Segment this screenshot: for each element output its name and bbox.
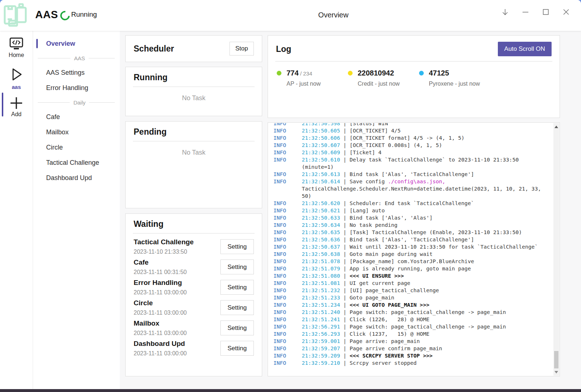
divider-line <box>38 58 70 58</box>
log-line: INFO21:32:50.636 | Bind task ['Alas', 'T… <box>273 236 553 243</box>
stat-dot-icon <box>419 71 424 75</box>
stat-dot-icon <box>348 71 353 75</box>
log-message: [Task] TacticalChallenge (Enable, 2023-1… <box>350 229 522 235</box>
resource-stat: 47125Pyroxene - just now <box>419 69 490 87</box>
log-separator: | <box>340 244 349 250</box>
stat-value: 47125 <box>429 69 449 77</box>
nav-item-overview[interactable]: Overview <box>33 36 120 51</box>
rail-item-add[interactable]: Add <box>0 97 33 118</box>
log-output[interactable]: INFO21:32:50.598 | [Status] WININFO21:32… <box>268 123 553 376</box>
log-level: INFO <box>273 279 286 287</box>
waiting-task-next-run: 2023-11-11 03:00:00 <box>134 350 187 357</box>
log-separator: | <box>340 309 349 315</box>
scrollbar-thumb[interactable] <box>554 351 558 368</box>
rail-item-home-label: Home <box>0 52 33 58</box>
scrollbar-up-icon[interactable] <box>553 124 559 130</box>
log-time: 21:32:50.610 <box>302 156 340 163</box>
nav-group-divider: Daily <box>33 95 120 109</box>
auto-scroll-button[interactable]: Auto Scroll ON <box>498 42 552 56</box>
log-message: Wait until 2023-11-10 21:33:50 for task … <box>350 244 538 250</box>
log-level: INFO <box>273 352 286 359</box>
nav-item-cafe[interactable]: Cafe <box>33 109 120 124</box>
log-message: Click (1226, 28) @ HOME <box>350 316 430 322</box>
rail-item-home[interactable]: Home <box>0 37 33 58</box>
log-message: Bind task ['Alas', 'TacticalChallenge'] <box>350 171 474 177</box>
nav-item-mailbox[interactable]: Mailbox <box>33 124 120 140</box>
log-level: INFO <box>273 142 286 149</box>
setting-button[interactable]: Setting <box>220 320 254 335</box>
waiting-task-row: Mailbox2023-11-11 03:00:00Setting <box>134 319 254 336</box>
log-time: 21:32:50.605 <box>302 127 340 134</box>
log-time: 21:32:50.614 <box>302 178 340 184</box>
log-separator: | <box>340 287 349 293</box>
divider-line <box>38 102 70 103</box>
log-time: 21:32:51.240 <box>302 309 340 315</box>
log-time: 21:32:59.210 <box>302 360 340 366</box>
log-message: Page arrive confirm page_main <box>350 345 442 351</box>
log-line: INFO21:32:59.001 | Page arrive: page_mai… <box>273 338 553 345</box>
nav-item-circle[interactable]: Circle <box>33 140 120 155</box>
log-line: INFO21:32:51.079 | App is already runnin… <box>273 265 553 272</box>
running-card: Running No Task <box>125 67 262 116</box>
log-separator: | <box>340 215 349 221</box>
waiting-task-next-run: 2023-11-11 03:00:00 <box>134 330 187 336</box>
log-level: INFO <box>273 127 286 134</box>
log-line: INFO21:32:50.610 | Delay task `TacticalC… <box>273 156 553 171</box>
log-separator: | <box>340 236 349 242</box>
log-line: INFO21:32:59.210 | Scrcpy server stopped <box>273 359 553 367</box>
log-line: INFO21:32:50.605 | [OCR_TICKET] 4/5 <box>273 127 553 134</box>
log-separator: | <box>340 345 349 351</box>
rail-item-aas[interactable]: aas <box>0 66 33 90</box>
log-message: [Ticket] 4 <box>350 149 382 155</box>
log-separator: | <box>340 273 349 279</box>
setting-button[interactable]: Setting <box>220 280 254 295</box>
nav-group-label: AAS <box>74 55 85 61</box>
setting-button[interactable]: Setting <box>220 260 254 274</box>
log-message: Save config <box>350 178 388 184</box>
log-separator: | <box>340 142 349 148</box>
arrow-down-icon[interactable] <box>500 7 511 17</box>
log-level: INFO <box>273 323 286 330</box>
log-level: INFO <box>273 207 286 214</box>
maximize-icon[interactable] <box>540 7 551 17</box>
log-level: INFO <box>273 149 286 156</box>
log-time: 21:32:51.234 <box>302 302 340 308</box>
setting-button[interactable]: Setting <box>220 239 254 254</box>
log-level: INFO <box>273 265 286 272</box>
stat-total: / 234 <box>300 70 312 77</box>
log-scrollbar[interactable] <box>553 123 559 376</box>
stat-value-row: 774/ 234 <box>287 69 321 77</box>
nav-item-error-handling[interactable]: Error Handling <box>33 80 120 95</box>
log-time: 21:32:59.001 <box>302 338 340 344</box>
resource-stat: 220810942Credit - just now <box>348 69 419 87</box>
setting-button[interactable]: Setting <box>220 300 254 315</box>
log-level: INFO <box>273 309 286 316</box>
nav-menu: OverviewAASAAS SettingsError HandlingDai… <box>33 31 120 389</box>
setting-button[interactable]: Setting <box>220 341 254 356</box>
log-message: ./config\aas.json, <box>388 178 445 184</box>
log-message: <<< UI GOTO PAGE_MAIN >>> <box>350 302 430 308</box>
log-line: INFO21:32:50.607 | [OCR_TICKET 0.008s] (… <box>273 142 553 149</box>
log-level: INFO <box>273 236 286 243</box>
close-icon[interactable] <box>561 7 572 17</box>
waiting-task-row: Cafe2023-11-11 00:31:50Setting <box>134 258 254 275</box>
log-separator: | <box>340 251 349 257</box>
log-line: INFO21:32:50.614 | Save config ./config\… <box>273 178 553 200</box>
nav-item-tactical-challenge[interactable]: Tactical Challenge <box>33 155 120 170</box>
waiting-task-info: Tactical Challenge2023-11-10 21:33:50 <box>134 238 194 255</box>
log-time: 21:32:51.241 <box>302 316 340 322</box>
log-message: [Status] WIN <box>350 123 388 126</box>
log-separator: | <box>340 258 349 264</box>
minimize-icon[interactable] <box>520 7 531 17</box>
scrollbar-down-icon[interactable] <box>553 369 559 375</box>
log-line: INFO21:32:51.232 | [UI] page_tactical_ch… <box>273 287 553 294</box>
log-time: 21:32:50.606 <box>302 135 340 141</box>
titlebar: AAS Running Overview <box>0 0 581 31</box>
log-level: INFO <box>273 243 286 250</box>
waiting-task-row: Tactical Challenge2023-11-10 21:33:50Set… <box>134 238 254 255</box>
stop-button[interactable]: Stop <box>229 42 254 56</box>
log-separator: | <box>340 302 349 308</box>
nav-item-aas-settings[interactable]: AAS Settings <box>33 65 120 80</box>
stat-value: 774 <box>287 69 298 77</box>
nav-item-dashboard-upd[interactable]: Dashboard Upd <box>33 170 120 185</box>
